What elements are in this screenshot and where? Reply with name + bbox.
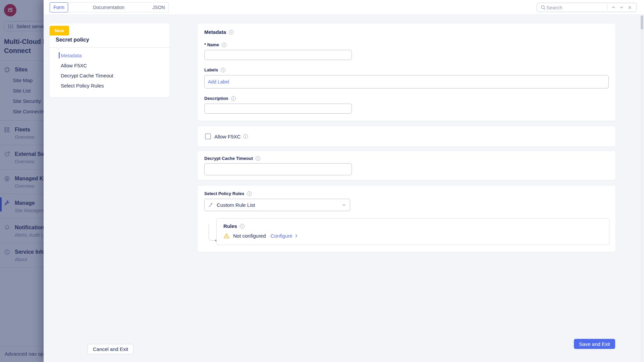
- search-close-button[interactable]: [626, 4, 634, 11]
- info-icon[interactable]: [240, 224, 245, 229]
- info-icon[interactable]: [222, 43, 226, 47]
- scrollbar-thumb[interactable]: [641, 15, 643, 29]
- allow-f5xc-checkbox[interactable]: [205, 133, 211, 139]
- tab-documentation[interactable]: Documentation: [68, 2, 149, 12]
- configure-link[interactable]: Configure: [271, 233, 299, 239]
- allow-f5xc-label: Allow F5XC: [214, 134, 240, 139]
- info-icon[interactable]: [247, 191, 252, 196]
- rules-status: Not configured: [233, 233, 266, 239]
- divider-notch: [56, 45, 61, 49]
- search-next-button[interactable]: [618, 4, 626, 11]
- scrollbar-track: [641, 15, 643, 362]
- search-icon: [540, 4, 546, 11]
- wizard-steps: Metadata Allow F5XC Decrypt Cache Timeou…: [50, 50, 169, 90]
- configure-link-label: Configure: [271, 233, 292, 239]
- new-badge: New: [50, 26, 69, 36]
- info-icon[interactable]: [229, 30, 233, 35]
- decrypt-cache-timeout-section: Decrypt Cache Timeout: [198, 151, 615, 180]
- description-input[interactable]: [204, 104, 352, 114]
- metadata-section-title: Metadata: [204, 29, 226, 35]
- labels-field-label: Labels: [204, 67, 218, 72]
- chevron-down-icon: [341, 202, 346, 207]
- info-icon[interactable]: [231, 96, 236, 101]
- secret-policy-modal: Form Documentation JSON: [44, 0, 644, 362]
- decrypt-cache-timeout-input[interactable]: [204, 163, 352, 175]
- search-prev-button[interactable]: [609, 4, 618, 11]
- policy-rules-select[interactable]: Custom Rule List: [204, 199, 350, 211]
- warning-icon: [223, 233, 230, 239]
- rules-title: Rules: [223, 223, 237, 229]
- save-and-exit-button[interactable]: Save and Exit: [574, 339, 615, 349]
- wizard-step-decrypt-cache-timeout[interactable]: Decrypt Cache Timeout: [50, 70, 169, 80]
- wizard-step-metadata[interactable]: Metadata: [50, 50, 169, 60]
- rules-subsection: Rules Not configured Configure: [216, 218, 609, 245]
- select-policy-rules-section: Select Policy Rules Custom Rule List Rul…: [198, 186, 615, 252]
- info-icon[interactable]: [243, 134, 248, 139]
- wizard-title: Secret policy: [56, 37, 89, 43]
- policy-rules-selected-value: Custom Rule List: [217, 202, 338, 208]
- branch-icon: [208, 202, 214, 208]
- info-icon[interactable]: [256, 156, 260, 161]
- wizard-step-allow-f5xc[interactable]: Allow F5XC: [50, 60, 169, 70]
- nested-connector-line: [209, 224, 215, 241]
- decrypt-cache-timeout-label: Decrypt Cache Timeout: [204, 156, 253, 161]
- tab-json[interactable]: JSON: [149, 2, 169, 12]
- divider: [50, 47, 169, 48]
- name-input[interactable]: [204, 50, 352, 60]
- search-box: [537, 3, 637, 12]
- chevron-up-icon: [611, 5, 616, 10]
- description-field-label: Description: [204, 96, 228, 101]
- chevron-down-icon: [619, 5, 624, 10]
- add-label-input[interactable]: [204, 75, 609, 88]
- allow-f5xc-section: Allow F5XC: [198, 126, 615, 146]
- tab-form[interactable]: Form: [50, 2, 68, 12]
- cancel-and-exit-button[interactable]: Cancel and Exit: [88, 344, 133, 354]
- divider: [607, 5, 607, 10]
- metadata-section: Metadata * Name Labels Description: [198, 24, 615, 121]
- wizard-step-select-policy-rules[interactable]: Select Policy Rules: [50, 80, 169, 90]
- select-policy-rules-label: Select Policy Rules: [204, 191, 244, 196]
- name-field-label: * Name: [204, 42, 219, 47]
- search-input[interactable]: [546, 5, 605, 10]
- wizard-nav-panel: New Secret policy Metadata Allow F5XC De…: [50, 23, 169, 97]
- chevron-right-icon: [294, 233, 299, 238]
- modal-tab-bar: Form Documentation JSON: [44, 0, 644, 15]
- close-icon: [627, 5, 632, 10]
- info-icon[interactable]: [221, 68, 225, 72]
